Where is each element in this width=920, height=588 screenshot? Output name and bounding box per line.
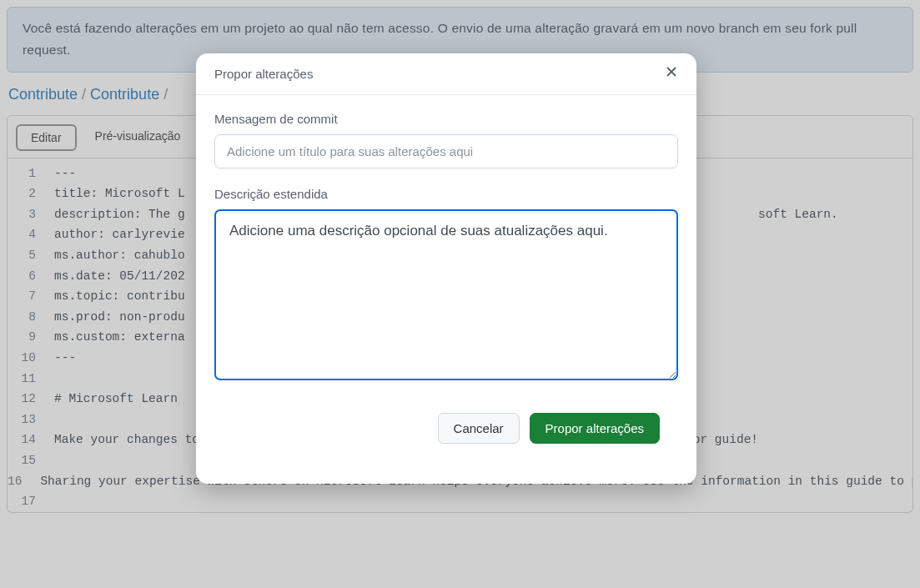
commit-message-input[interactable] xyxy=(214,134,678,168)
extended-description-textarea[interactable] xyxy=(214,209,678,380)
commit-message-label: Mensagem de commit xyxy=(214,112,678,126)
propose-changes-dialog: Propor alterações Mensagem de commit Des… xyxy=(196,53,696,484)
propose-changes-button[interactable]: Propor alterações xyxy=(530,413,660,444)
cancel-button[interactable]: Cancelar xyxy=(438,413,520,444)
dialog-title: Propor alterações xyxy=(214,67,313,81)
close-icon[interactable] xyxy=(665,65,678,83)
dialog-header: Propor alterações xyxy=(196,53,696,95)
dialog-body: Mensagem de commit Descrição estendida C… xyxy=(196,95,696,484)
extended-description-label: Descrição estendida xyxy=(214,187,678,201)
dialog-footer: Cancelar Propor alterações xyxy=(214,413,678,462)
